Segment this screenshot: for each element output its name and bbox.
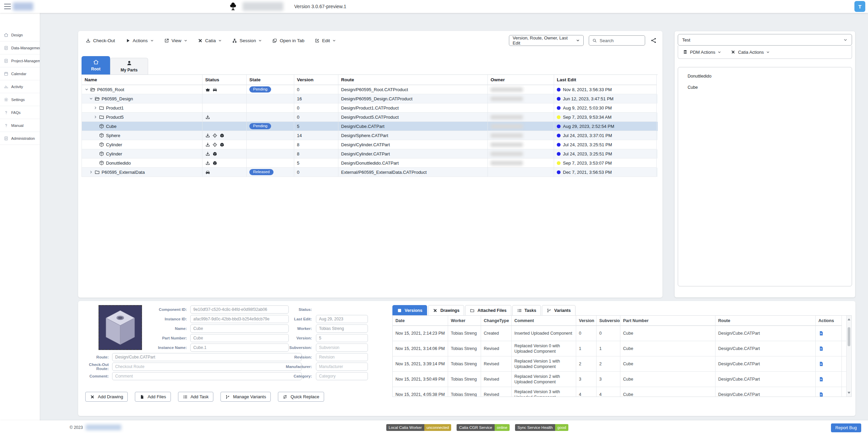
comment-field[interactable] (112, 372, 302, 380)
expander-expanded-icon[interactable] (88, 97, 94, 101)
instance-name-field[interactable] (190, 344, 289, 352)
version-row[interactable]: Nov 15, 2021, 2:14:23 PM Tobias Streng C… (393, 326, 851, 341)
expander-expanded-icon[interactable] (84, 87, 89, 91)
column-filter-select[interactable]: Version, Route, Owner, Last Edit (509, 35, 584, 46)
session-menu-button[interactable]: Session (232, 38, 262, 43)
check-out-route-field[interactable] (112, 363, 302, 371)
app-logo (13, 2, 33, 11)
sidebar-item-calendar[interactable]: Calendar (0, 67, 40, 80)
scroll-down-icon[interactable] (848, 392, 850, 394)
table-row[interactable]: Sphere 14 Design/Sphere.CATPart Jul 24, … (82, 131, 658, 140)
tab-drawings[interactable]: Drawings (428, 305, 464, 315)
table-row[interactable]: P60595_Root Pending 0 Design/P60595_Root… (82, 85, 658, 94)
category-field[interactable] (316, 372, 368, 380)
sidebar-item-project-management[interactable]: Project-Management (0, 54, 40, 67)
edit-icon (315, 38, 320, 43)
subversion-field[interactable] (316, 344, 368, 352)
open-in-tab-button[interactable]: Open in Tab (272, 38, 304, 43)
table-row[interactable]: Cylinder 8 Design/Cylinder.CATPart Jul 2… (82, 149, 658, 158)
sidebar-item-data-management[interactable]: Data-Management (0, 41, 40, 54)
part-number-field[interactable] (190, 334, 289, 342)
sidebar-item-design[interactable]: Design (0, 29, 40, 41)
document-icon (4, 46, 8, 50)
manufacturer-field[interactable] (316, 363, 368, 371)
instance-id-field[interactable] (190, 315, 289, 323)
cube-3d-preview (103, 308, 137, 347)
document-icon (4, 136, 8, 141)
version-field[interactable] (316, 334, 368, 342)
worker-field[interactable] (316, 324, 368, 333)
versions-table-header: Date Worker ChangeType Comment Version S… (393, 316, 851, 326)
owner-redacted (491, 152, 523, 156)
name-label: Name: (139, 327, 190, 331)
view-menu-button[interactable]: View (164, 38, 188, 43)
actions-menu-button[interactable]: Actions (125, 38, 154, 43)
quick-replace-button[interactable]: Quick Replace (278, 392, 324, 402)
share-icon[interactable] (650, 37, 657, 44)
search-input[interactable] (599, 38, 638, 44)
catia-menu-button[interactable]: Catia (198, 38, 222, 43)
company-name-redacted (86, 424, 121, 430)
question-icon (4, 123, 8, 128)
scrollbar-thumb[interactable] (848, 327, 850, 346)
table-row[interactable]: Cylinder 8 Design/Cylinder.CATPart Jul 2… (82, 140, 658, 149)
tab-versions[interactable]: Versions (392, 305, 427, 315)
file-download-icon[interactable] (818, 361, 824, 367)
version-row[interactable]: Nov 15, 2021, 3:39:14 PM Tobias Streng R… (393, 356, 851, 372)
scroll-up-icon[interactable] (848, 318, 850, 320)
file-download-icon[interactable] (818, 346, 824, 351)
file-download-icon[interactable] (818, 392, 824, 397)
sidebar-item-activity[interactable]: Activity (0, 80, 40, 93)
report-bug-button[interactable]: Report Bug (831, 423, 861, 432)
car-icon (205, 170, 210, 175)
tab-my-parts[interactable]: My Parts (110, 58, 148, 74)
version-row[interactable]: Nov 15, 2021, 3:14:06 PM Tobias Streng R… (393, 341, 851, 356)
expander-collapsed-icon[interactable] (93, 115, 98, 119)
version-row[interactable]: Nov 15, 2021, 3:50:49 PM Tobias Streng R… (393, 372, 851, 387)
tab-tasks[interactable]: Tasks (512, 305, 541, 315)
database-icon (683, 50, 688, 54)
add-task-button[interactable]: Add Task (178, 392, 213, 402)
tab-root[interactable]: Root (82, 56, 110, 74)
edit-menu-button[interactable]: Edit (315, 38, 336, 43)
list-item[interactable]: Cube (678, 82, 852, 93)
service-status-badges: Local Catia Workerunconnected Catia CGR … (386, 424, 568, 431)
sidebar-item-faqs[interactable]: FAQs (0, 106, 40, 119)
table-row-selected[interactable]: Cube Pending 5 Design/Cube.CATPart Aug 2… (82, 122, 658, 131)
last-edit-field[interactable] (316, 315, 368, 323)
external-link-icon (164, 38, 169, 43)
versions-scrollbar[interactable] (846, 316, 851, 397)
add-drawing-button[interactable]: Add Drawing (85, 392, 128, 402)
part-icon (99, 151, 104, 156)
sidebar-item-administration[interactable]: Administration (0, 132, 40, 145)
menu-toggle-icon[interactable] (4, 4, 11, 9)
pdm-actions-button[interactable]: PDM Actions (683, 50, 721, 55)
file-download-icon[interactable] (818, 331, 824, 336)
table-row[interactable]: Product1 0 Design/Product1.CATProduct Au… (82, 103, 658, 113)
manage-variants-button[interactable]: Manage Variants (220, 392, 271, 402)
table-row[interactable]: Product5 0 Design/Product5.CATProduct Se… (82, 113, 658, 122)
tab-variants[interactable]: Variants (542, 305, 575, 315)
avatar[interactable]: T (854, 1, 865, 12)
expander-collapsed-icon[interactable] (88, 170, 94, 174)
table-row[interactable]: P60595_ExternalData Released 0 External/… (82, 168, 658, 177)
add-files-button[interactable]: Add Files (135, 392, 171, 402)
component-id-field[interactable] (190, 305, 289, 314)
table-row[interactable]: Donuttledido 5 Design/Donuttledido.CATPa… (82, 158, 658, 168)
check-out-button[interactable]: Check-Out (86, 38, 115, 43)
part-thumbnail[interactable] (99, 305, 142, 350)
sidebar-item-manual[interactable]: Manual (0, 119, 40, 132)
table-row[interactable]: P60595_Design 16 Design/P60595_Design.CA… (82, 94, 658, 103)
list-item[interactable]: Donuttledido (678, 70, 852, 82)
name-field[interactable] (190, 324, 289, 333)
route-field[interactable] (112, 353, 302, 361)
version-row[interactable]: Nov 15, 2021, 4:05:38 PM Tobias Streng R… (393, 387, 851, 397)
tab-attached-files[interactable]: Attached Files (465, 305, 511, 315)
sidebar-item-settings[interactable]: Settings (0, 93, 40, 106)
expander-collapsed-icon[interactable] (93, 106, 98, 110)
catia-actions-button[interactable]: Catia Actions (731, 50, 770, 55)
session-select[interactable]: Test (678, 34, 852, 46)
revision-field[interactable] (316, 353, 368, 361)
file-download-icon[interactable] (818, 377, 824, 382)
version-label: Version: (275, 336, 316, 340)
